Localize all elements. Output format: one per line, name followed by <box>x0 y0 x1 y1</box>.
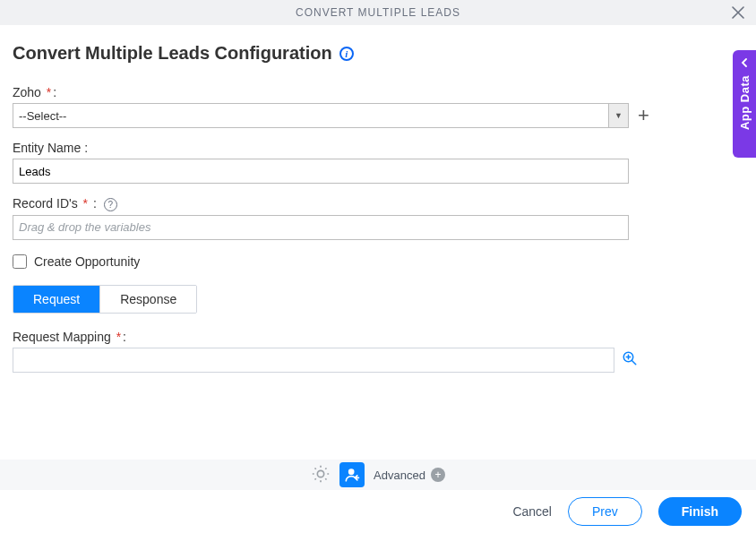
gear-icon[interactable] <box>311 464 331 486</box>
zoho-label: Zoho *: <box>13 85 743 99</box>
close-icon[interactable] <box>729 4 747 21</box>
required-marker: * <box>47 85 51 99</box>
request-response-tabs: Request Response <box>13 285 197 314</box>
record-ids-label: Record ID's * : ? <box>13 196 743 211</box>
entity-name-input[interactable] <box>13 159 629 184</box>
app-data-rail[interactable]: App Data <box>733 50 756 158</box>
required-marker: * <box>116 330 121 344</box>
chevron-left-icon <box>740 57 749 70</box>
request-mapping-label: Request Mapping *: <box>13 330 743 344</box>
person-arrow-icon <box>343 466 361 484</box>
zoho-select-value: --Select-- <box>13 104 608 127</box>
create-opportunity-label: Create Opportunity <box>34 254 140 269</box>
user-add-icon[interactable] <box>339 462 365 487</box>
tab-response[interactable]: Response <box>99 286 196 313</box>
request-mapping-input[interactable] <box>13 348 614 373</box>
cancel-button[interactable]: Cancel <box>512 504 552 519</box>
magnify-plus-icon <box>622 350 638 366</box>
footer-toolbar: Advanced + <box>0 460 756 490</box>
field-zoho: Zoho *: --Select-- ▼ + <box>13 85 743 128</box>
content-area: Convert Multiple Leads Configuration i Z… <box>0 25 756 373</box>
finish-button[interactable]: Finish <box>658 497 742 526</box>
entity-label: Entity Name : <box>13 141 743 155</box>
page-title: Convert Multiple Leads Configuration i <box>13 43 743 64</box>
action-row: Cancel Prev Finish <box>0 490 756 533</box>
svg-point-1 <box>348 469 355 475</box>
window-title: CONVERT MULTIPLE LEADS <box>296 6 460 19</box>
field-record-ids: Record ID's * : ? <box>13 196 743 240</box>
info-icon[interactable]: i <box>339 47 354 61</box>
zoom-icon[interactable] <box>622 350 638 369</box>
settings-icon <box>311 464 331 484</box>
field-request-mapping: Request Mapping *: <box>13 330 743 373</box>
tab-request[interactable]: Request <box>13 286 99 313</box>
add-zoho-icon[interactable]: + <box>638 106 649 125</box>
create-opportunity-row: Create Opportunity <box>13 254 743 269</box>
page-title-text: Convert Multiple Leads Configuration <box>13 43 332 64</box>
app-data-label: App Data <box>738 75 752 130</box>
advanced-label: Advanced <box>374 469 425 482</box>
titlebar: CONVERT MULTIPLE LEADS <box>0 0 756 25</box>
advanced-toggle[interactable]: Advanced + <box>374 468 445 482</box>
create-opportunity-checkbox[interactable] <box>13 254 27 269</box>
chevron-down-icon: ▼ <box>608 104 628 127</box>
prev-button[interactable]: Prev <box>568 497 642 526</box>
plus-circle-icon: + <box>431 468 445 482</box>
required-marker: * <box>83 196 88 211</box>
zoho-select[interactable]: --Select-- ▼ <box>13 103 629 128</box>
help-icon[interactable]: ? <box>104 198 117 211</box>
field-entity-name: Entity Name : <box>13 141 743 184</box>
x-icon <box>732 6 744 19</box>
record-ids-input[interactable] <box>13 215 629 240</box>
